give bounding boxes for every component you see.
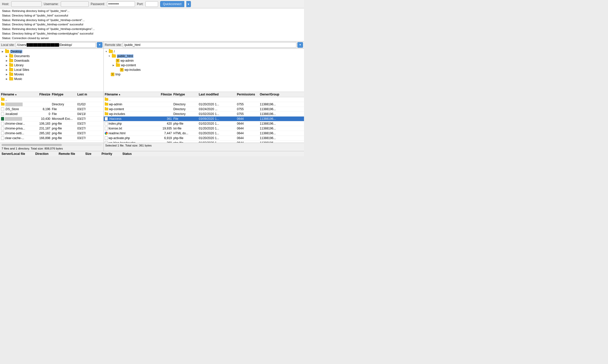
queue-col3: Remote file bbox=[59, 152, 75, 156]
remote-file-owner-index: 11388196... bbox=[260, 122, 303, 125]
file-date-chrome3: 03/27/ bbox=[77, 131, 102, 135]
question-icon-tmp: ? bbox=[111, 73, 114, 76]
queue-col2: Direction bbox=[35, 152, 49, 156]
col-filesize-header[interactable]: Filesize bbox=[34, 93, 52, 96]
folder-icon bbox=[105, 98, 108, 101]
queue-col4: Size bbox=[85, 152, 91, 156]
folder-icon-localsites bbox=[9, 68, 13, 71]
remote-file-owner-htaccess: 11388196... bbox=[260, 117, 303, 121]
col-filetype-header[interactable]: Filetype bbox=[52, 93, 77, 96]
file-date-dir: 01/02/ bbox=[77, 103, 102, 106]
port-input[interactable] bbox=[145, 1, 158, 7]
local-file-row-cache[interactable]: clear-cache-... 166,898 png-file 03/27/ bbox=[0, 136, 103, 141]
local-file-row-localized[interactable]: .localized 0 File 04/13/ bbox=[0, 112, 103, 117]
remote-status-text: Selected 1 file. Total size: 361 bytes bbox=[104, 143, 304, 151]
remote-file-row-wp-includes[interactable]: wp-includes Directory 01/02/2020 1... 07… bbox=[104, 112, 304, 117]
tree-label-downloads: Downloads bbox=[14, 59, 29, 62]
remote-file-row-license[interactable]: license.txt 19,935 txt-file 01/20/2020 1… bbox=[104, 126, 304, 131]
tree-item-wp-admin[interactable]: ? wp-admin bbox=[104, 58, 304, 63]
remote-site-dropdown-button[interactable]: ▼ bbox=[297, 42, 303, 48]
remote-file-perms-license: 0644 bbox=[237, 127, 260, 130]
remote-file-row-parent[interactable]: .. bbox=[104, 97, 304, 102]
col-filename-header[interactable]: Filename ▲ bbox=[1, 93, 34, 96]
remote-file-name-wp-admin: wp-admin bbox=[109, 103, 122, 106]
tree-item-downloads[interactable]: ▶ Downloads bbox=[0, 58, 103, 63]
remote-file-row-blog-header[interactable]: wp-blog-header.php 369 php-file 01/02/20… bbox=[104, 141, 304, 143]
remote-file-row-readme[interactable]: readme.html 7,447 HTML do... 01/20/2020 … bbox=[104, 131, 304, 136]
status-line-2: Status: Directory listing of "/public_ht… bbox=[2, 13, 302, 18]
file-icon bbox=[105, 136, 108, 140]
folder-icon-root bbox=[109, 50, 113, 53]
local-file-row-parent[interactable]: .. bbox=[0, 97, 103, 102]
tree-item-music[interactable]: ▶ Music bbox=[0, 77, 103, 81]
status-line-7: Status: Connection closed by server bbox=[2, 36, 302, 41]
remote-file-type-wp-content: Directory bbox=[173, 107, 199, 111]
remote-col-lastmod-header[interactable]: Last modified bbox=[199, 93, 237, 96]
password-label: Password: bbox=[91, 2, 105, 6]
remote-col-filesize-header[interactable]: Filesize bbox=[156, 93, 173, 96]
remote-file-size-blog-header: 369 bbox=[156, 141, 173, 143]
remote-file-type-license: txt-file bbox=[173, 127, 199, 130]
tree-item-wp-includes[interactable]: ? wp-includes bbox=[104, 68, 304, 72]
local-file-row-chrome3[interactable]: chrome-setti... 285,182 png-file 03/27/ bbox=[0, 131, 103, 136]
file-name-chrome3: chrome-setti... bbox=[5, 131, 24, 135]
tree-item-wp-content[interactable]: ▶ wp-content bbox=[104, 63, 304, 68]
file-name-dsstore: .DS_Store bbox=[5, 107, 19, 111]
file-type-chrome3: png-file bbox=[52, 131, 77, 135]
tree-arrow-public-html: ▼ bbox=[108, 55, 111, 58]
file-name-localized: .localized bbox=[5, 112, 18, 116]
remote-file-list: Filename ▲ Filesize Filetype Last modifi… bbox=[104, 92, 304, 143]
remote-file-name-license: license.txt bbox=[109, 127, 122, 130]
remote-file-perms-blog-header: 0644 bbox=[237, 141, 260, 143]
local-file-row-chrome2[interactable]: chrome-priva... 231,187 png-file 03/27/ bbox=[0, 126, 103, 131]
remote-file-row-index[interactable]: index.php 420 php-file 01/02/2020 1... 0… bbox=[104, 121, 304, 126]
host-input[interactable] bbox=[11, 1, 42, 7]
col-lastmod-header[interactable]: Last m bbox=[77, 93, 102, 96]
main-panels: ▶ Desktop ▶ Documents ▶ Downloads ▶ Libr… bbox=[0, 49, 304, 143]
password-input[interactable] bbox=[107, 1, 135, 7]
quickconnect-dropdown-button[interactable]: ▼ bbox=[186, 1, 191, 7]
local-site-path[interactable] bbox=[16, 42, 96, 48]
tree-item-desktop[interactable]: ▶ Desktop bbox=[0, 49, 103, 54]
tree-label-wp-content: wp-content bbox=[121, 63, 136, 67]
username-input[interactable] bbox=[61, 1, 89, 7]
tree-item-movies[interactable]: ▶ Movies bbox=[0, 72, 103, 77]
question-icon-wp-admin: ? bbox=[116, 59, 119, 62]
remote-file-row-htaccess[interactable]: .htaccess 361 File 03/09/2020 1... 0644 … bbox=[104, 117, 304, 121]
remote-file-date-wp-content: 03/24/2020 ... bbox=[199, 107, 237, 111]
local-file-row-chrome1[interactable]: chrome-clear... 106,183 png-file 03/27/ bbox=[0, 121, 103, 126]
local-site-label: Local site: bbox=[1, 43, 15, 47]
file-size-dsstore: 8,196 bbox=[34, 107, 52, 111]
remote-col-owner-header[interactable]: Owner/Group bbox=[260, 93, 303, 96]
tree-item-localsites[interactable]: ▶ Local Sites bbox=[0, 68, 103, 72]
remote-file-row-wp-content[interactable]: wp-content Directory 03/24/2020 ... 0755… bbox=[104, 107, 304, 112]
tree-item-tmp[interactable]: ? tmp bbox=[104, 72, 304, 77]
remote-site-path[interactable] bbox=[123, 42, 296, 48]
status-bottom-bar: 7 files and 1 directory. Total size: 808… bbox=[0, 143, 304, 151]
status-line-3: Status: Retrieving directory listing of … bbox=[2, 18, 302, 23]
file-icon bbox=[105, 141, 108, 143]
file-date-cache: 03/27/ bbox=[77, 136, 102, 140]
remote-file-type-index: php-file bbox=[173, 122, 199, 125]
remote-col-filetype-header[interactable]: Filetype bbox=[173, 93, 199, 96]
local-file-row-dsstore[interactable]: .DS_Store 8,196 File 03/27/ bbox=[0, 107, 103, 112]
remote-col-perms-header[interactable]: Permissions bbox=[237, 93, 260, 96]
status-line-4: Status: Directory listing of "/public_ht… bbox=[2, 22, 302, 27]
local-file-row-excel[interactable]: ████████ 10,430 Microsoft Exc... 03/27/ bbox=[0, 117, 103, 121]
remote-file-name-readme: readme.html bbox=[109, 131, 126, 135]
remote-file-name-htaccess: .htaccess bbox=[109, 117, 121, 121]
file-name-cache: clear-cache-... bbox=[5, 136, 24, 140]
tree-item-documents[interactable]: ▶ Documents bbox=[0, 54, 103, 58]
tree-item-library[interactable]: ▶ Library bbox=[0, 63, 103, 68]
local-file-row-dir[interactable]: ████████ Directory 01/02/ bbox=[0, 102, 103, 107]
remote-col-filename-header[interactable]: Filename ▲ bbox=[105, 93, 156, 96]
local-site-dropdown-button[interactable]: ▼ bbox=[97, 42, 102, 48]
tree-item-root[interactable]: ▼ / bbox=[104, 49, 304, 54]
remote-file-name-wp-includes: wp-includes bbox=[109, 112, 125, 116]
quickconnect-button[interactable]: Quickconnect bbox=[160, 1, 184, 7]
remote-file-row-activate[interactable]: wp-activate.php 6,919 php-file 01/20/202… bbox=[104, 136, 304, 141]
remote-file-date-blog-header: 01/02/2020 1... bbox=[199, 141, 237, 143]
tree-arrow-downloads: ▶ bbox=[5, 59, 8, 62]
tree-item-public-html[interactable]: ▼ public_html bbox=[104, 54, 304, 58]
remote-file-row-wp-admin[interactable]: wp-admin Directory 01/20/2020 1... 0755 … bbox=[104, 102, 304, 107]
